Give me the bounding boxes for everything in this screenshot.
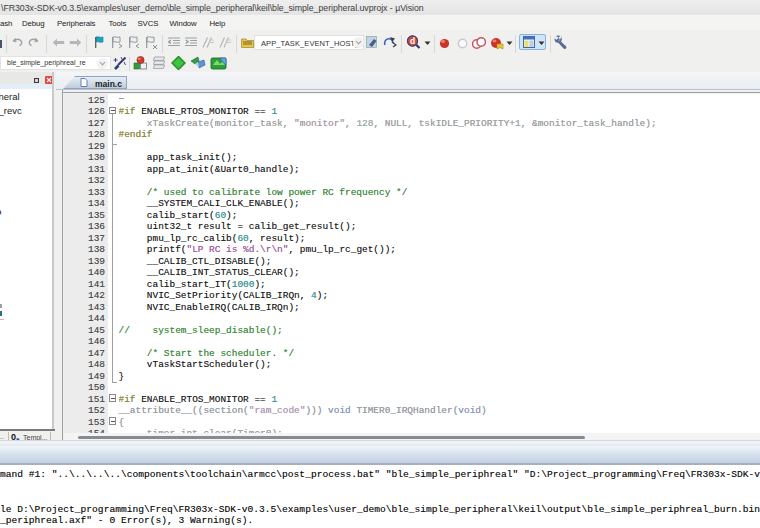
svg-text:d: d — [410, 36, 415, 46]
